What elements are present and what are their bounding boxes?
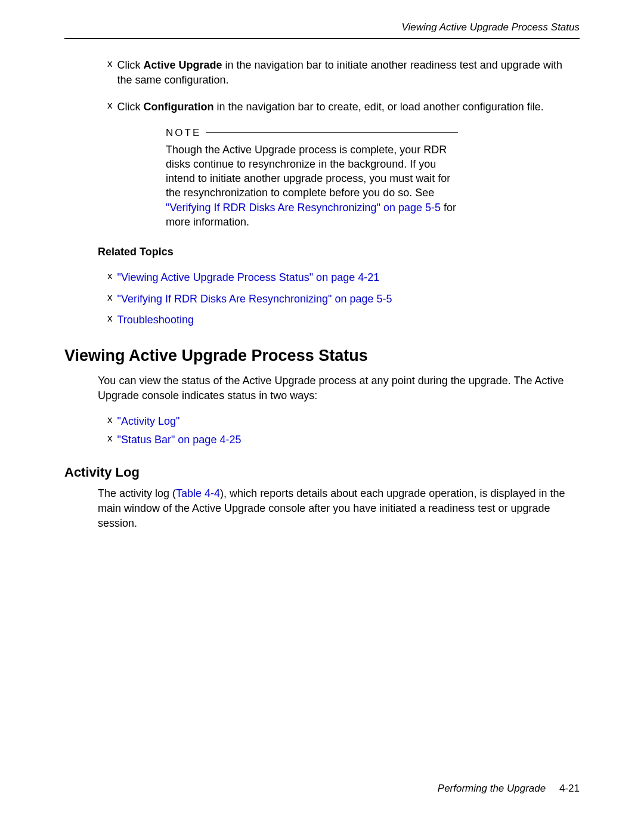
note-block: NOTE Though the Active Upgrade process i… [166,127,458,230]
bullet-marker: x [107,58,113,88]
running-header: Viewing Active Upgrade Process Status [64,21,580,39]
bullet-text: Click Configuration in the navigation ba… [117,100,544,115]
bullet-marker: x [107,292,113,307]
bullet-text: Click Active Upgrade in the navigation b… [117,58,580,88]
bullet-marker: x [107,313,113,328]
section-intro-paragraph: You can view the status of the Active Up… [98,373,580,403]
footer-page-number: 4-21 [559,783,580,794]
bullet-marker: x [107,414,113,429]
page-content: Viewing Active Upgrade Process Status x … [0,0,644,531]
note-link-verifying-rdr[interactable]: "Verifying If RDR Disks Are Resynchroniz… [166,202,441,214]
related-topics-heading: Related Topics [98,246,580,258]
subsection-heading-activity-log: Activity Log [64,465,580,480]
bullet-marker: x [107,432,113,447]
footer-chapter-title: Performing the Upgrade [438,783,546,794]
section-heading-viewing-status: Viewing Active Upgrade Process Status [64,347,580,365]
note-rule [206,132,458,133]
bullet-item-configuration: x Click Configuration in the navigation … [64,100,580,115]
link-text[interactable]: "Verifying If RDR Disks Are Resynchroniz… [117,292,392,307]
page-footer: Performing the Upgrade 4-21 [438,783,580,795]
related-link-viewing-status: x "Viewing Active Upgrade Process Status… [64,270,580,285]
bullet-marker: x [107,100,113,115]
link-text[interactable]: "Activity Log" [117,414,180,429]
link-text[interactable]: "Status Bar" on page 4-25 [117,432,242,447]
note-label: NOTE [166,127,201,139]
section-link-status-bar: x "Status Bar" on page 4-25 [64,432,580,447]
note-header: NOTE [166,127,458,139]
bullet-marker: x [107,270,113,285]
related-link-verifying-rdr: x "Verifying If RDR Disks Are Resynchron… [64,292,580,307]
note-body: Though the Active Upgrade process is com… [166,143,458,230]
related-topics-list: x "Viewing Active Upgrade Process Status… [64,270,580,328]
link-text[interactable]: "Viewing Active Upgrade Process Status" … [117,270,380,285]
link-table-4-4[interactable]: Table 4-4 [176,487,220,499]
section-link-activity-log: x "Activity Log" [64,414,580,429]
section-link-list: x "Activity Log" x "Status Bar" on page … [64,414,580,447]
related-link-troubleshooting: x Troubleshooting [64,313,580,328]
running-title: Viewing Active Upgrade Process Status [401,21,580,33]
activity-log-paragraph: The activity log (Table 4-4), which repo… [98,486,580,532]
bullet-item-active-upgrade: x Click Active Upgrade in the navigation… [64,58,580,88]
link-text[interactable]: Troubleshooting [117,313,194,328]
